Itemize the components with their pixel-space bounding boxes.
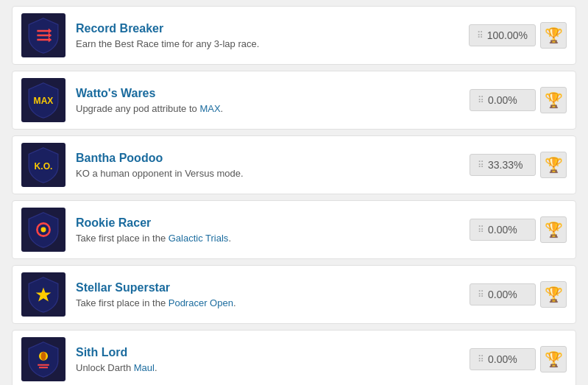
achievement-desc-bantha-poodoo: KO a human opponent in Versus mode.	[76, 168, 470, 179]
achievement-item-bantha-poodoo: K.O. Bantha Poodoo KO a human opponent i…	[12, 135, 576, 194]
grid-icon: ⠿	[478, 289, 483, 300]
percent-badge-stellar-superstar: ⠿ 0.00%	[470, 283, 536, 305]
percent-text-rookie-racer: 0.00%	[488, 224, 517, 236]
achievement-info-rookie-racer: Rookie Racer Take first place in the Gal…	[76, 216, 470, 244]
description-text: .	[233, 297, 236, 308]
achievement-right-sith-lord: ⠿ 0.00% 🏆	[470, 346, 567, 372]
grid-icon: ⠿	[478, 354, 483, 364]
achievement-desc-wattos-wares: Upgrade any pod attribute to MAX.	[76, 103, 470, 114]
achievement-info-sith-lord: Sith Lord Unlock Darth Maul.	[76, 346, 470, 373]
achievement-title-wattos-wares: Watto's Wares	[76, 87, 470, 100]
achievement-icon-stellar-superstar	[21, 272, 65, 317]
achievement-icon-wattos-wares: MAX	[21, 78, 65, 122]
achievement-right-bantha-poodoo: ⠿ 33.33% 🏆	[470, 152, 567, 178]
achievement-info-stellar-superstar: Stellar Superstar Take first place in th…	[76, 281, 470, 308]
achievement-icon-rookie-racer	[21, 208, 65, 252]
achievement-item-sith-lord: Sith Lord Unlock Darth Maul. ⠿ 0.00% 🏆	[12, 330, 576, 385]
percent-text-wattos-wares: 0.00%	[488, 94, 517, 106]
description-text: Earn the Best Race time for any 3-lap ra…	[76, 38, 259, 49]
achievement-desc-stellar-superstar: Take first place in the Podracer Open.	[76, 297, 470, 308]
achievement-title-bantha-poodoo: Bantha Poodoo	[76, 152, 470, 165]
achievement-right-stellar-superstar: ⠿ 0.00% 🏆	[470, 281, 567, 308]
percent-badge-sith-lord: ⠿ 0.00%	[470, 348, 536, 370]
description-text: KO a human opponent in Versus mode.	[76, 168, 244, 179]
achievement-desc-sith-lord: Unlock Darth Maul.	[76, 362, 470, 373]
trophy-icon-stellar-superstar: 🏆	[540, 281, 567, 308]
achievement-right-rookie-racer: ⠿ 0.00% 🏆	[470, 216, 567, 243]
achievement-info-record-breaker: Record Breaker Earn the Best Race time f…	[76, 22, 469, 49]
highlight-text: Podracer Open	[169, 297, 233, 308]
description-text: .	[221, 103, 224, 114]
achievement-item-record-breaker: Record Breaker Earn the Best Race time f…	[12, 6, 576, 65]
percent-text-record-breaker: 100.00%	[487, 29, 528, 41]
description-text: Take first place in the	[76, 233, 169, 244]
achievement-icon-record-breaker	[21, 13, 65, 57]
achievement-desc-rookie-racer: Take first place in the Galactic Trials.	[76, 233, 470, 244]
percent-badge-bantha-poodoo: ⠿ 33.33%	[470, 154, 536, 176]
description-text: .	[228, 233, 231, 244]
achievements-list: Record Breaker Earn the Best Race time f…	[0, 0, 588, 385]
grid-icon: ⠿	[478, 225, 483, 235]
percent-badge-wattos-wares: ⠿ 0.00%	[470, 89, 536, 111]
trophy-icon-record-breaker: 🏆	[540, 22, 567, 49]
percent-text-bantha-poodoo: 33.33%	[488, 159, 523, 171]
trophy-icon-rookie-racer: 🏆	[540, 216, 567, 243]
highlight-text: Galactic Trials	[169, 233, 229, 244]
achievement-item-rookie-racer: Rookie Racer Take first place in the Gal…	[12, 200, 576, 259]
grid-icon: ⠿	[477, 30, 483, 40]
achievement-icon-bantha-poodoo: K.O.	[21, 143, 65, 187]
svg-text:MAX: MAX	[34, 96, 54, 106]
percent-text-stellar-superstar: 0.00%	[488, 289, 517, 300]
achievement-icon-sith-lord	[21, 337, 65, 381]
grid-icon: ⠿	[478, 95, 483, 105]
svg-text:K.O.: K.O.	[35, 161, 53, 172]
trophy-icon-bantha-poodoo: 🏆	[540, 152, 567, 178]
svg-point-9	[41, 227, 46, 233]
percent-badge-rookie-racer: ⠿ 0.00%	[470, 219, 536, 241]
achievement-info-bantha-poodoo: Bantha Poodoo KO a human opponent in Ver…	[76, 152, 470, 179]
highlight-text: MAX	[199, 103, 220, 114]
highlight-text: Maul	[134, 362, 155, 373]
achievement-title-sith-lord: Sith Lord	[76, 346, 470, 359]
achievement-right-wattos-wares: ⠿ 0.00% 🏆	[470, 87, 567, 113]
achievement-desc-record-breaker: Earn the Best Race time for any 3-lap ra…	[76, 38, 469, 49]
description-text: Take first place in the	[76, 297, 169, 308]
achievement-right-record-breaker: ⠿ 100.00% 🏆	[469, 22, 567, 49]
achievement-title-record-breaker: Record Breaker	[76, 22, 469, 35]
description-text: .	[155, 362, 157, 373]
achievement-title-rookie-racer: Rookie Racer	[76, 216, 470, 230]
grid-icon: ⠿	[478, 160, 483, 170]
description-text: Upgrade any pod attribute to	[76, 103, 199, 114]
achievement-item-wattos-wares: MAX Watto's Wares Upgrade any pod attrib…	[12, 71, 576, 130]
percent-text-sith-lord: 0.00%	[488, 353, 517, 365]
svg-point-12	[41, 352, 46, 361]
description-text: Unlock Darth	[76, 362, 134, 373]
achievement-info-wattos-wares: Watto's Wares Upgrade any pod attribute …	[76, 87, 470, 114]
percent-badge-record-breaker: ⠿ 100.00%	[469, 24, 536, 46]
achievement-title-stellar-superstar: Stellar Superstar	[76, 281, 470, 294]
trophy-icon-wattos-wares: 🏆	[540, 87, 567, 113]
achievement-item-stellar-superstar: Stellar Superstar Take first place in th…	[12, 265, 576, 324]
trophy-icon-sith-lord: 🏆	[540, 346, 567, 372]
